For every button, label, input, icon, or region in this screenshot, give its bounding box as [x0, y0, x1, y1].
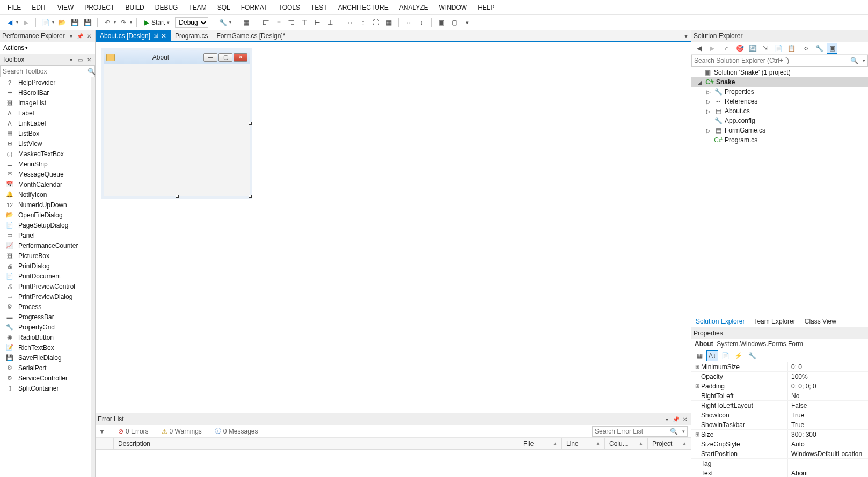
toolbox-item[interactable]: 📄PrintDocument: [0, 271, 91, 281]
property-row[interactable]: SizeGripStyleAuto: [691, 439, 868, 449]
preview-icon[interactable]: ▣: [827, 43, 837, 54]
toolbox-item[interactable]: 🖨PrintPreviewControl: [0, 281, 91, 291]
toolbox-item[interactable]: 🔧PropertyGrid: [0, 322, 91, 332]
toolbox-item[interactable]: ✉MessageQueue: [0, 169, 91, 179]
menu-format[interactable]: FORMAT: [236, 2, 273, 13]
collapse-icon[interactable]: ⇲: [760, 43, 771, 54]
menu-analyze[interactable]: ANALYZE: [394, 2, 434, 13]
property-value[interactable]: WindowsDefaultLocation: [788, 449, 868, 458]
property-row[interactable]: TextAbout: [691, 468, 868, 477]
property-row[interactable]: Tag: [691, 459, 868, 468]
dropdown-caret-icon[interactable]: ▾: [130, 20, 132, 25]
send-back-icon[interactable]: ▢: [449, 17, 459, 28]
menu-architecture[interactable]: ARCHITECTURE: [333, 2, 394, 13]
property-value[interactable]: True: [788, 410, 868, 420]
close-icon[interactable]: ✕: [85, 32, 93, 40]
property-value[interactable]: About: [788, 468, 868, 477]
align-middle-icon[interactable]: ⊢: [312, 17, 323, 28]
toolbox-item[interactable]: ▭PrintPreviewDialog: [0, 291, 91, 302]
toolbox-item[interactable]: ALabel: [0, 108, 91, 118]
toolbox-item[interactable]: ?HelpProvider: [0, 77, 91, 87]
window-icon[interactable]: ▭: [76, 56, 84, 63]
property-row[interactable]: ShowIconTrue: [691, 410, 868, 420]
toolbox-item[interactable]: 📄PageSetupDialog: [0, 220, 91, 230]
toolbox-item[interactable]: ▯SplitContainer: [0, 383, 91, 393]
nav-forward-icon[interactable]: ▶: [20, 17, 31, 28]
expand-icon[interactable]: ▷: [705, 99, 712, 105]
copy-icon[interactable]: 📋: [786, 43, 797, 54]
toolbox-search-input[interactable]: [1, 68, 85, 75]
toolbox-item[interactable]: 🖼ImageList: [0, 98, 91, 108]
property-row[interactable]: RightToLeftNo: [691, 391, 868, 401]
nav-back-icon[interactable]: ◀: [4, 17, 15, 28]
toolbox-item[interactable]: 🔔NotifyIcon: [0, 189, 91, 200]
tree-item-formgame[interactable]: ▷▤ FormGame.cs: [691, 126, 868, 135]
toolbox-item[interactable]: ▤ListBox: [0, 128, 91, 138]
toolbox-item[interactable]: ALinkLabel: [0, 118, 91, 128]
property-value[interactable]: No: [788, 391, 868, 400]
overflow-icon[interactable]: ▾: [462, 17, 472, 28]
tree-item-about[interactable]: ▷▤ About.cs: [691, 106, 868, 116]
align-top-icon[interactable]: ⊤: [299, 17, 310, 28]
close-icon[interactable]: ✕: [161, 32, 166, 40]
column-project[interactable]: Project▲: [648, 438, 691, 449]
tab-about-design[interactable]: About.cs [Design] ⇲ ✕: [96, 30, 171, 42]
alphabetical-icon[interactable]: A↓: [706, 350, 718, 361]
toolbox-scrollbar[interactable]: [91, 77, 95, 477]
error-list-search-input[interactable]: [593, 428, 668, 435]
search-icon[interactable]: 🔍: [848, 57, 860, 64]
collapse-icon[interactable]: ◢: [697, 79, 703, 85]
pin-icon[interactable]: 📌: [76, 32, 84, 40]
menu-team[interactable]: TEAM: [183, 2, 211, 13]
property-row[interactable]: StartPositionWindowsDefaultLocation: [691, 449, 868, 459]
property-value[interactable]: Auto: [788, 439, 868, 449]
show-all-icon[interactable]: 📄: [773, 43, 784, 54]
dropdown-caret-icon[interactable]: ▾: [860, 58, 867, 63]
same-height-icon[interactable]: ↕: [358, 17, 368, 28]
toolbox-item[interactable]: ▬ProgressBar: [0, 312, 91, 322]
form-designer[interactable]: About — ▢ ✕: [96, 42, 691, 413]
align-center-icon[interactable]: ≡: [273, 17, 284, 28]
expand-icon[interactable]: ⊞: [694, 431, 701, 437]
toolbox-item[interactable]: ◉RadioButton: [0, 332, 91, 342]
tree-item-appconfig[interactable]: 🔧 App.config: [691, 116, 868, 126]
dropdown-caret-icon[interactable]: ▾: [680, 429, 687, 434]
property-row[interactable]: ⊞MinimumSize0; 0: [691, 362, 868, 372]
tabs-overflow-icon[interactable]: ▾: [681, 32, 691, 40]
toolbox-item[interactable]: ⊞ListView: [0, 138, 91, 149]
align-right-icon[interactable]: ⫎: [286, 17, 297, 28]
expand-icon[interactable]: ▷: [705, 89, 712, 95]
tab-team-explorer[interactable]: Team Explorer: [749, 315, 800, 327]
home-icon[interactable]: ⌂: [721, 43, 732, 54]
resize-handle-s[interactable]: [176, 195, 179, 198]
filter-button[interactable]: ▼: [99, 428, 105, 435]
tab-formgame-design[interactable]: FormGame.cs [Design]*: [212, 30, 289, 42]
tree-item-references[interactable]: ▷▪▪ References: [691, 97, 868, 106]
messages-filter[interactable]: ⓘ 0 Messages: [215, 427, 258, 436]
redo-icon[interactable]: ↷: [118, 17, 129, 28]
toolbox-item[interactable]: ⚙Process: [0, 302, 91, 312]
open-file-icon[interactable]: 📂: [56, 17, 67, 28]
size-to-grid-icon[interactable]: ▦: [383, 17, 394, 28]
property-row[interactable]: ⊞Size300; 300: [691, 430, 868, 439]
toolbox-item[interactable]: 💾SaveFileDialog: [0, 353, 91, 363]
column-description[interactable]: Description: [114, 438, 519, 449]
dropdown-icon[interactable]: ▾: [67, 32, 75, 40]
about-form[interactable]: About — ▢ ✕: [104, 50, 250, 196]
sync-icon[interactable]: 🎯: [734, 43, 745, 54]
toolbox-item[interactable]: 🖨PrintDialog: [0, 261, 91, 271]
expand-icon[interactable]: ⊞: [694, 364, 701, 370]
toolbox-item[interactable]: 🖼PictureBox: [0, 251, 91, 261]
column-icon[interactable]: [96, 438, 114, 449]
property-value[interactable]: [788, 459, 868, 468]
property-row[interactable]: RightToLeftLayoutFalse: [691, 401, 868, 410]
menu-file[interactable]: FILE: [2, 2, 26, 13]
toolbox-item[interactable]: 📅MonthCalendar: [0, 179, 91, 189]
warnings-filter[interactable]: ⚠ 0 Warnings: [162, 428, 202, 435]
close-icon[interactable]: ✕: [85, 56, 93, 63]
dropdown-icon[interactable]: ▾: [67, 56, 75, 63]
property-value[interactable]: False: [788, 401, 868, 410]
close-icon[interactable]: ✕: [681, 415, 689, 423]
property-value[interactable]: 0; 0: [788, 362, 868, 371]
undo-icon[interactable]: ↶: [102, 17, 113, 28]
